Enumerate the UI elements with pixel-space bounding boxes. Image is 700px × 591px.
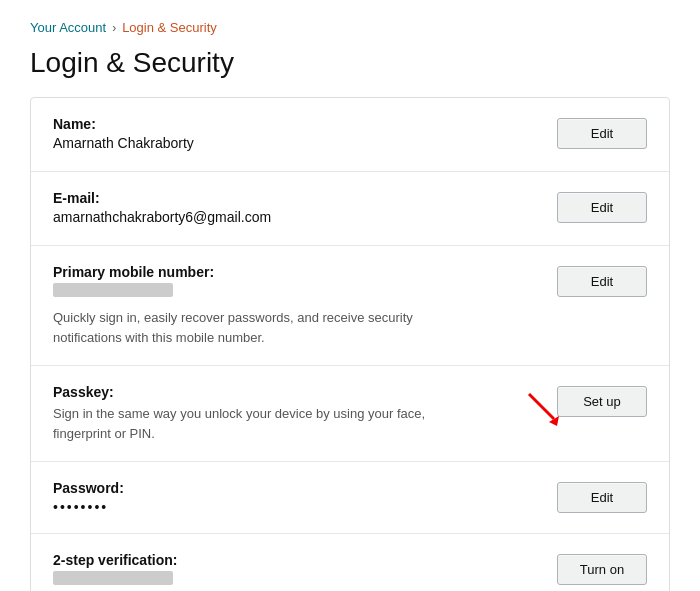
name-row: Name: Amarnath Chakraborty Edit	[31, 98, 669, 172]
passkey-content: Passkey: Sign in the same way you unlock…	[53, 384, 557, 443]
email-edit-button[interactable]: Edit	[557, 192, 647, 223]
password-edit-button[interactable]: Edit	[557, 482, 647, 513]
email-value: amarnathchakraborty6@gmail.com	[53, 209, 537, 225]
passkey-label: Passkey:	[53, 384, 537, 400]
name-edit-button[interactable]: Edit	[557, 118, 647, 149]
twostep-turnon-button[interactable]: Turn on	[557, 554, 647, 585]
email-row: E-mail: amarnathchakraborty6@gmail.com E…	[31, 172, 669, 246]
passkey-row: Passkey: Sign in the same way you unlock…	[31, 366, 669, 462]
page-title: Login & Security	[30, 47, 670, 79]
mobile-placeholder	[53, 283, 173, 297]
password-row: Password: •••••••• Edit	[31, 462, 669, 534]
name-value: Amarnath Chakraborty	[53, 135, 537, 151]
password-label: Password:	[53, 480, 537, 496]
email-content: E-mail: amarnathchakraborty6@gmail.com	[53, 190, 557, 227]
name-content: Name: Amarnath Chakraborty	[53, 116, 557, 153]
twostep-label: 2-step verification:	[53, 552, 537, 568]
security-settings-card: Name: Amarnath Chakraborty Edit E-mail: …	[30, 97, 670, 591]
mobile-row: Primary mobile number: Quickly sign in, …	[31, 246, 669, 366]
mobile-content: Primary mobile number: Quickly sign in, …	[53, 264, 557, 347]
mobile-desc: Quickly sign in, easily recover password…	[53, 308, 433, 347]
breadcrumb: Your Account › Login & Security	[30, 20, 670, 35]
mobile-label: Primary mobile number:	[53, 264, 537, 280]
breadcrumb-separator: ›	[112, 21, 116, 35]
passkey-desc: Sign in the same way you unlock your dev…	[53, 404, 433, 443]
breadcrumb-current: Login & Security	[122, 20, 217, 35]
twostep-placeholder	[53, 571, 173, 585]
passkey-setup-button[interactable]: Set up	[557, 386, 647, 417]
name-label: Name:	[53, 116, 537, 132]
svg-line-0	[529, 394, 554, 419]
password-content: Password: ••••••••	[53, 480, 557, 515]
red-arrow-icon	[519, 384, 569, 434]
twostep-row: 2-step verification: Add a layer of secu…	[31, 534, 669, 591]
email-label: E-mail:	[53, 190, 537, 206]
mobile-edit-button[interactable]: Edit	[557, 266, 647, 297]
password-value: ••••••••	[53, 499, 537, 515]
twostep-content: 2-step verification: Add a layer of secu…	[53, 552, 557, 591]
breadcrumb-parent-link[interactable]: Your Account	[30, 20, 106, 35]
